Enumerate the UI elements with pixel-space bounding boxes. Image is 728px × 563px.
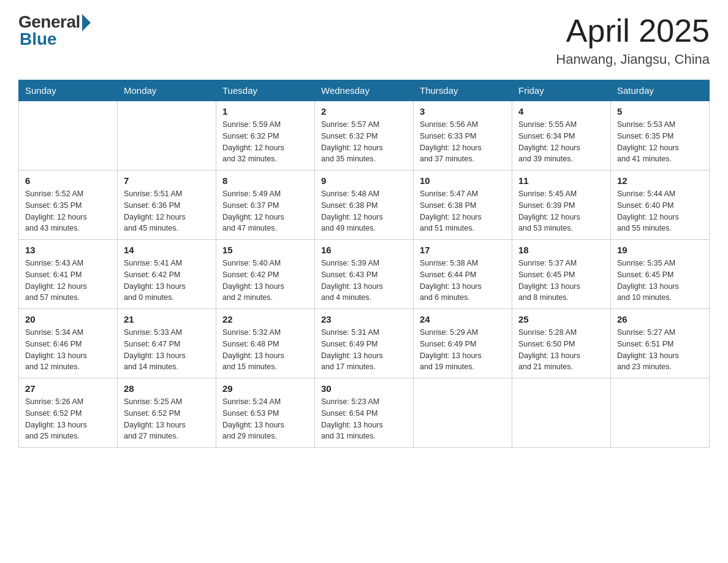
day-number: 15: [222, 245, 308, 255]
day-info: Sunrise: 5:40 AMSunset: 6:42 PMDaylight:…: [222, 258, 308, 304]
day-info: Sunrise: 5:49 AMSunset: 6:37 PMDaylight:…: [222, 188, 308, 234]
day-number: 8: [222, 175, 308, 186]
day-number: 30: [321, 383, 407, 394]
day-number: 29: [222, 383, 308, 394]
week-row-1: 1Sunrise: 5:59 AMSunset: 6:32 PMDaylight…: [19, 101, 710, 170]
day-cell: 6Sunrise: 5:52 AMSunset: 6:35 PMDaylight…: [19, 170, 118, 240]
page-header: General Blue April 2025 Hanwang, Jiangsu…: [18, 12, 710, 67]
day-info: Sunrise: 5:56 AMSunset: 6:33 PMDaylight:…: [420, 119, 506, 165]
day-cell: 11Sunrise: 5:45 AMSunset: 6:39 PMDayligh…: [512, 170, 611, 240]
day-cell: 25Sunrise: 5:28 AMSunset: 6:50 PMDayligh…: [512, 309, 611, 378]
day-number: 16: [321, 245, 407, 255]
day-number: 11: [518, 175, 604, 186]
day-number: 17: [420, 245, 506, 255]
day-cell: 19Sunrise: 5:35 AMSunset: 6:45 PMDayligh…: [611, 240, 710, 309]
day-number: 14: [124, 245, 210, 255]
logo-arrow-icon: [82, 14, 91, 31]
day-number: 28: [124, 383, 210, 394]
day-info: Sunrise: 5:38 AMSunset: 6:44 PMDaylight:…: [420, 258, 506, 304]
day-info: Sunrise: 5:25 AMSunset: 6:52 PMDaylight:…: [124, 396, 210, 442]
day-info: Sunrise: 5:45 AMSunset: 6:39 PMDaylight:…: [518, 188, 604, 234]
header-cell-wednesday: Wednesday: [315, 80, 414, 101]
day-info: Sunrise: 5:52 AMSunset: 6:35 PMDaylight:…: [25, 188, 111, 234]
week-row-4: 20Sunrise: 5:34 AMSunset: 6:46 PMDayligh…: [19, 309, 710, 378]
logo: General Blue: [18, 12, 91, 49]
day-cell: 20Sunrise: 5:34 AMSunset: 6:46 PMDayligh…: [19, 309, 118, 378]
day-info: Sunrise: 5:33 AMSunset: 6:47 PMDaylight:…: [124, 327, 210, 373]
calendar-body: 1Sunrise: 5:59 AMSunset: 6:32 PMDaylight…: [19, 101, 710, 448]
day-number: 26: [617, 314, 703, 324]
day-info: Sunrise: 5:59 AMSunset: 6:32 PMDaylight:…: [222, 119, 308, 165]
day-cell: 21Sunrise: 5:33 AMSunset: 6:47 PMDayligh…: [118, 309, 216, 378]
day-number: 5: [617, 106, 703, 117]
day-cell: 18Sunrise: 5:37 AMSunset: 6:45 PMDayligh…: [512, 240, 611, 309]
header-cell-sunday: Sunday: [19, 80, 118, 101]
day-cell: 14Sunrise: 5:41 AMSunset: 6:42 PMDayligh…: [118, 240, 216, 309]
day-info: Sunrise: 5:53 AMSunset: 6:35 PMDaylight:…: [617, 119, 703, 165]
day-info: Sunrise: 5:48 AMSunset: 6:38 PMDaylight:…: [321, 188, 407, 234]
day-cell: 23Sunrise: 5:31 AMSunset: 6:49 PMDayligh…: [315, 309, 414, 378]
day-number: 21: [124, 314, 210, 324]
day-cell: 12Sunrise: 5:44 AMSunset: 6:40 PMDayligh…: [611, 170, 710, 240]
day-info: Sunrise: 5:35 AMSunset: 6:45 PMDaylight:…: [617, 258, 703, 304]
day-info: Sunrise: 5:39 AMSunset: 6:43 PMDaylight:…: [321, 258, 407, 304]
day-cell: 29Sunrise: 5:24 AMSunset: 6:53 PMDayligh…: [216, 378, 315, 448]
day-info: Sunrise: 5:51 AMSunset: 6:36 PMDaylight:…: [124, 188, 210, 234]
header-cell-friday: Friday: [512, 80, 611, 101]
logo-blue-text: Blue: [20, 29, 57, 49]
day-number: 19: [617, 245, 703, 255]
day-info: Sunrise: 5:44 AMSunset: 6:40 PMDaylight:…: [617, 188, 703, 234]
day-cell: 7Sunrise: 5:51 AMSunset: 6:36 PMDaylight…: [118, 170, 216, 240]
day-cell: 30Sunrise: 5:23 AMSunset: 6:54 PMDayligh…: [315, 378, 414, 448]
day-number: 23: [321, 314, 407, 324]
header-row: SundayMondayTuesdayWednesdayThursdayFrid…: [19, 80, 710, 101]
day-info: Sunrise: 5:26 AMSunset: 6:52 PMDaylight:…: [25, 396, 111, 442]
day-number: 12: [617, 175, 703, 186]
day-cell: 22Sunrise: 5:32 AMSunset: 6:48 PMDayligh…: [216, 309, 315, 378]
day-cell: [118, 101, 216, 170]
header-cell-tuesday: Tuesday: [216, 80, 315, 101]
calendar-table: SundayMondayTuesdayWednesdayThursdayFrid…: [18, 80, 710, 448]
day-cell: 15Sunrise: 5:40 AMSunset: 6:42 PMDayligh…: [216, 240, 315, 309]
day-number: 24: [420, 314, 506, 324]
calendar-header: SundayMondayTuesdayWednesdayThursdayFrid…: [19, 80, 710, 101]
day-cell: 16Sunrise: 5:39 AMSunset: 6:43 PMDayligh…: [315, 240, 414, 309]
day-info: Sunrise: 5:24 AMSunset: 6:53 PMDaylight:…: [222, 396, 308, 442]
day-info: Sunrise: 5:27 AMSunset: 6:51 PMDaylight:…: [617, 327, 703, 373]
day-info: Sunrise: 5:28 AMSunset: 6:50 PMDaylight:…: [518, 327, 604, 373]
day-number: 18: [518, 245, 604, 255]
day-cell: [414, 378, 512, 448]
day-cell: [611, 378, 710, 448]
calendar-title: April 2025: [556, 12, 710, 49]
day-info: Sunrise: 5:32 AMSunset: 6:48 PMDaylight:…: [222, 327, 308, 373]
header-cell-monday: Monday: [118, 80, 216, 101]
day-cell: 27Sunrise: 5:26 AMSunset: 6:52 PMDayligh…: [19, 378, 118, 448]
day-info: Sunrise: 5:29 AMSunset: 6:49 PMDaylight:…: [420, 327, 506, 373]
day-info: Sunrise: 5:57 AMSunset: 6:32 PMDaylight:…: [321, 119, 407, 165]
day-cell: [512, 378, 611, 448]
day-cell: 24Sunrise: 5:29 AMSunset: 6:49 PMDayligh…: [414, 309, 512, 378]
day-info: Sunrise: 5:55 AMSunset: 6:34 PMDaylight:…: [518, 119, 604, 165]
day-info: Sunrise: 5:34 AMSunset: 6:46 PMDaylight:…: [25, 327, 111, 373]
day-cell: 9Sunrise: 5:48 AMSunset: 6:38 PMDaylight…: [315, 170, 414, 240]
day-number: 20: [25, 314, 111, 324]
day-cell: 28Sunrise: 5:25 AMSunset: 6:52 PMDayligh…: [118, 378, 216, 448]
day-number: 22: [222, 314, 308, 324]
day-number: 7: [124, 175, 210, 186]
day-cell: 1Sunrise: 5:59 AMSunset: 6:32 PMDaylight…: [216, 101, 315, 170]
day-cell: 5Sunrise: 5:53 AMSunset: 6:35 PMDaylight…: [611, 101, 710, 170]
day-number: 2: [321, 106, 407, 117]
day-number: 9: [321, 175, 407, 186]
day-info: Sunrise: 5:43 AMSunset: 6:41 PMDaylight:…: [25, 258, 111, 304]
day-info: Sunrise: 5:37 AMSunset: 6:45 PMDaylight:…: [518, 258, 604, 304]
day-cell: [19, 101, 118, 170]
day-info: Sunrise: 5:23 AMSunset: 6:54 PMDaylight:…: [321, 396, 407, 442]
day-info: Sunrise: 5:47 AMSunset: 6:38 PMDaylight:…: [420, 188, 506, 234]
calendar-subtitle: Hanwang, Jiangsu, China: [556, 52, 710, 67]
day-number: 13: [25, 245, 111, 255]
day-cell: 8Sunrise: 5:49 AMSunset: 6:37 PMDaylight…: [216, 170, 315, 240]
day-number: 10: [420, 175, 506, 186]
day-number: 4: [518, 106, 604, 117]
header-cell-thursday: Thursday: [414, 80, 512, 101]
day-cell: 4Sunrise: 5:55 AMSunset: 6:34 PMDaylight…: [512, 101, 611, 170]
